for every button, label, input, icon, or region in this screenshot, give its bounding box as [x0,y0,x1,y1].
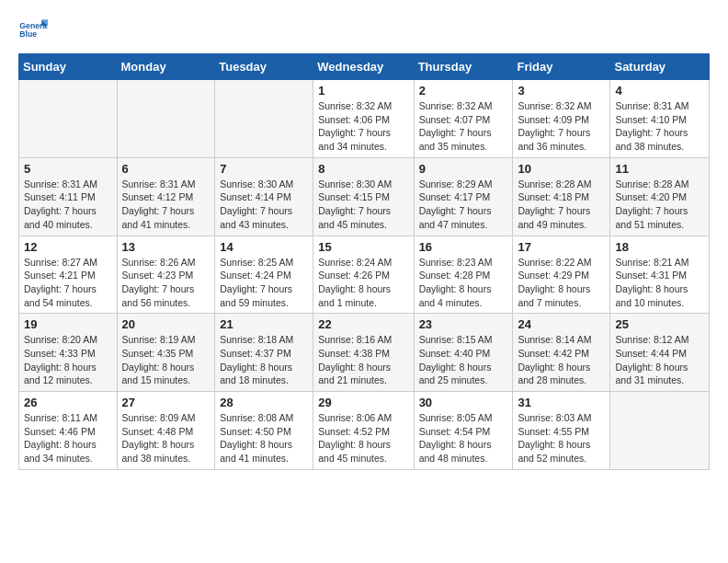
calendar-day-cell: 7Sunrise: 8:30 AM Sunset: 4:14 PM Daylig… [215,157,313,236]
calendar-week-row: 19Sunrise: 8:20 AM Sunset: 4:33 PM Dayli… [19,314,710,392]
day-number: 12 [24,240,112,254]
day-number: 14 [220,240,308,254]
day-number: 15 [318,240,408,254]
day-info: Sunrise: 8:28 AM Sunset: 4:18 PM Dayligh… [518,178,605,232]
calendar-day-cell: 16Sunrise: 8:23 AM Sunset: 4:28 PM Dayli… [414,236,513,314]
day-number: 22 [318,317,408,331]
day-number: 7 [220,162,308,176]
day-number: 5 [24,162,112,176]
calendar-day-cell: 14Sunrise: 8:25 AM Sunset: 4:24 PM Dayli… [215,236,313,314]
calendar-empty-cell [215,80,313,158]
day-info: Sunrise: 8:08 AM Sunset: 4:50 PM Dayligh… [220,411,308,465]
day-info: Sunrise: 8:32 AM Sunset: 4:07 PM Dayligh… [419,99,508,154]
calendar-day-cell: 15Sunrise: 8:24 AM Sunset: 4:26 PM Dayli… [313,236,414,314]
weekday-header-thursday: Thursday [414,54,513,80]
calendar-day-cell: 3Sunrise: 8:32 AM Sunset: 4:09 PM Daylig… [513,80,610,158]
day-number: 29 [318,396,408,409]
calendar-empty-cell [610,392,710,470]
day-info: Sunrise: 8:32 AM Sunset: 4:09 PM Dayligh… [518,99,605,154]
calendar-day-cell: 17Sunrise: 8:22 AM Sunset: 4:29 PM Dayli… [513,236,610,314]
calendar-day-cell: 5Sunrise: 8:31 AM Sunset: 4:11 PM Daylig… [19,157,118,236]
day-info: Sunrise: 8:19 AM Sunset: 4:35 PM Dayligh… [122,333,210,387]
calendar-empty-cell [117,80,215,158]
calendar-day-cell: 24Sunrise: 8:14 AM Sunset: 4:42 PM Dayli… [513,314,610,392]
day-number: 3 [518,84,605,98]
calendar-day-cell: 2Sunrise: 8:32 AM Sunset: 4:07 PM Daylig… [414,80,513,158]
day-number: 23 [419,317,508,331]
day-number: 4 [615,84,704,98]
calendar-day-cell: 11Sunrise: 8:28 AM Sunset: 4:20 PM Dayli… [610,157,710,236]
day-info: Sunrise: 8:30 AM Sunset: 4:15 PM Dayligh… [318,178,408,232]
day-info: Sunrise: 8:30 AM Sunset: 4:14 PM Dayligh… [220,178,308,232]
day-info: Sunrise: 8:23 AM Sunset: 4:28 PM Dayligh… [419,256,508,310]
day-info: Sunrise: 8:31 AM Sunset: 4:10 PM Dayligh… [615,99,704,154]
calendar-day-cell: 29Sunrise: 8:06 AM Sunset: 4:52 PM Dayli… [313,392,414,470]
calendar-day-cell: 8Sunrise: 8:30 AM Sunset: 4:15 PM Daylig… [313,157,414,236]
day-number: 20 [122,317,210,331]
day-number: 24 [518,317,605,331]
weekday-header-wednesday: Wednesday [313,54,414,80]
logo: General Blue [18,15,48,44]
calendar-day-cell: 12Sunrise: 8:27 AM Sunset: 4:21 PM Dayli… [19,236,118,314]
calendar-day-cell: 6Sunrise: 8:31 AM Sunset: 4:12 PM Daylig… [117,157,215,236]
weekday-header-saturday: Saturday [610,54,710,80]
calendar-day-cell: 21Sunrise: 8:18 AM Sunset: 4:37 PM Dayli… [215,314,313,392]
day-info: Sunrise: 8:11 AM Sunset: 4:46 PM Dayligh… [24,411,112,465]
calendar-day-cell: 23Sunrise: 8:15 AM Sunset: 4:40 PM Dayli… [414,314,513,392]
day-info: Sunrise: 8:06 AM Sunset: 4:52 PM Dayligh… [318,411,408,465]
calendar-day-cell: 20Sunrise: 8:19 AM Sunset: 4:35 PM Dayli… [117,314,215,392]
day-info: Sunrise: 8:09 AM Sunset: 4:48 PM Dayligh… [122,411,210,465]
day-number: 25 [615,317,704,331]
weekday-header-friday: Friday [513,54,610,80]
calendar-day-cell: 19Sunrise: 8:20 AM Sunset: 4:33 PM Dayli… [19,314,118,392]
day-number: 10 [518,162,605,176]
day-info: Sunrise: 8:25 AM Sunset: 4:24 PM Dayligh… [220,256,308,310]
day-number: 30 [419,396,508,409]
day-number: 6 [122,162,210,176]
page: General Blue SundayMondayTuesdayWednesda… [0,0,728,563]
svg-text:Blue: Blue [19,29,37,39]
day-number: 8 [318,162,408,176]
day-info: Sunrise: 8:21 AM Sunset: 4:31 PM Dayligh… [615,256,704,310]
day-number: 17 [518,240,605,254]
day-number: 31 [518,396,605,409]
day-info: Sunrise: 8:27 AM Sunset: 4:21 PM Dayligh… [24,256,112,310]
day-info: Sunrise: 8:28 AM Sunset: 4:20 PM Dayligh… [615,178,704,232]
calendar-day-cell: 28Sunrise: 8:08 AM Sunset: 4:50 PM Dayli… [215,392,313,470]
day-number: 16 [419,240,508,254]
day-number: 9 [419,162,508,176]
calendar-week-row: 12Sunrise: 8:27 AM Sunset: 4:21 PM Dayli… [19,236,710,314]
calendar-day-cell: 26Sunrise: 8:11 AM Sunset: 4:46 PM Dayli… [19,392,118,470]
day-info: Sunrise: 8:31 AM Sunset: 4:12 PM Dayligh… [122,178,210,232]
day-info: Sunrise: 8:05 AM Sunset: 4:54 PM Dayligh… [419,411,508,465]
calendar-empty-cell [19,80,118,158]
day-info: Sunrise: 8:14 AM Sunset: 4:42 PM Dayligh… [518,333,605,387]
calendar-day-cell: 4Sunrise: 8:31 AM Sunset: 4:10 PM Daylig… [610,80,710,158]
header: General Blue [18,15,710,44]
day-info: Sunrise: 8:12 AM Sunset: 4:44 PM Dayligh… [615,333,704,387]
day-info: Sunrise: 8:32 AM Sunset: 4:06 PM Dayligh… [318,99,408,154]
day-number: 27 [122,396,210,409]
calendar-day-cell: 10Sunrise: 8:28 AM Sunset: 4:18 PM Dayli… [513,157,610,236]
day-number: 19 [24,317,112,331]
day-info: Sunrise: 8:24 AM Sunset: 4:26 PM Dayligh… [318,256,408,310]
weekday-header-monday: Monday [117,54,215,80]
day-number: 13 [122,240,210,254]
calendar-day-cell: 18Sunrise: 8:21 AM Sunset: 4:31 PM Dayli… [610,236,710,314]
generalblue-logo-icon: General Blue [18,15,48,44]
calendar-week-row: 5Sunrise: 8:31 AM Sunset: 4:11 PM Daylig… [19,157,710,236]
calendar: SundayMondayTuesdayWednesdayThursdayFrid… [18,53,710,470]
day-info: Sunrise: 8:15 AM Sunset: 4:40 PM Dayligh… [419,333,508,387]
calendar-day-cell: 31Sunrise: 8:03 AM Sunset: 4:55 PM Dayli… [513,392,610,470]
calendar-week-row: 1Sunrise: 8:32 AM Sunset: 4:06 PM Daylig… [19,80,710,158]
day-number: 2 [419,84,508,98]
day-number: 21 [220,317,308,331]
calendar-day-cell: 22Sunrise: 8:16 AM Sunset: 4:38 PM Dayli… [313,314,414,392]
day-info: Sunrise: 8:18 AM Sunset: 4:37 PM Dayligh… [220,333,308,387]
day-number: 1 [318,84,408,98]
day-number: 26 [24,396,112,409]
calendar-day-cell: 1Sunrise: 8:32 AM Sunset: 4:06 PM Daylig… [313,80,414,158]
calendar-day-cell: 13Sunrise: 8:26 AM Sunset: 4:23 PM Dayli… [117,236,215,314]
day-number: 28 [220,396,308,409]
day-number: 11 [615,162,704,176]
